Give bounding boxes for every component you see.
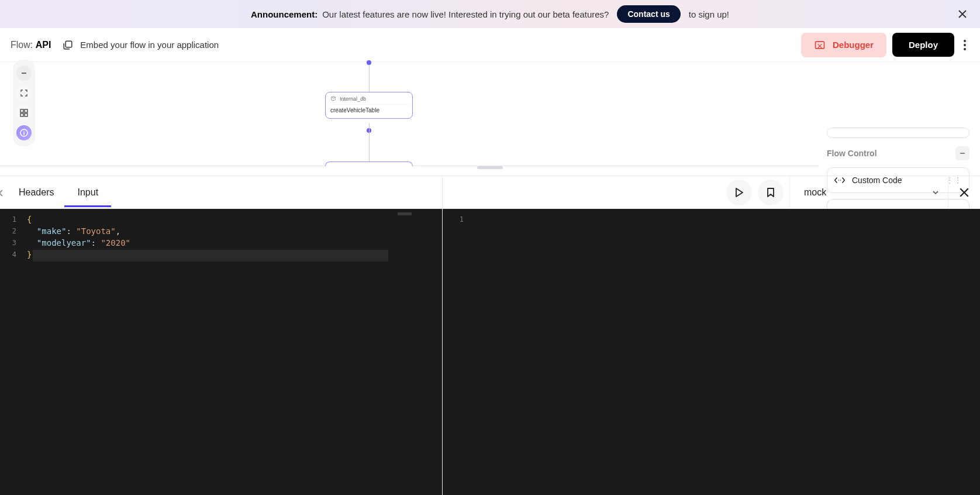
flow-node-source: Internal_db bbox=[340, 96, 366, 102]
code-line: "modelyear": "2020" bbox=[27, 237, 130, 249]
toolbar-right: Debugger Deploy bbox=[801, 33, 969, 57]
announcement-text-before: Our latest features are now live! Intere… bbox=[322, 9, 609, 19]
svg-point-3 bbox=[964, 44, 966, 46]
fit-view-button[interactable] bbox=[16, 85, 32, 101]
code-line: { bbox=[27, 214, 32, 225]
input-editor[interactable]: 1{2 "make": "Toyota",3 "modelyear": "202… bbox=[0, 209, 442, 495]
announcement-banner: Announcement: Our latest features are no… bbox=[0, 0, 980, 28]
svg-point-10 bbox=[332, 97, 336, 98]
flow-edge bbox=[369, 123, 370, 166]
input-pane: Headers Input 1{2 "make": "Toyota",3 "mo… bbox=[0, 176, 443, 495]
flow-port[interactable] bbox=[367, 60, 371, 65]
close-announcement-icon[interactable] bbox=[958, 9, 967, 19]
database-icon bbox=[330, 96, 336, 102]
line-number: 2 bbox=[0, 225, 27, 237]
embed-flow-button[interactable]: Embed your flow in your application bbox=[63, 40, 219, 50]
zoom-out-button[interactable] bbox=[16, 66, 32, 81]
collapse-section-button[interactable] bbox=[955, 146, 969, 160]
svg-rect-8 bbox=[25, 114, 27, 116]
panel-resizer[interactable] bbox=[477, 166, 503, 169]
toolbar-more-icon[interactable] bbox=[960, 35, 969, 55]
flow-toolbar: Flow: API Embed your flow in your applic… bbox=[0, 28, 980, 62]
flow-node-header: Internal_db bbox=[330, 96, 408, 105]
output-header: mock Run test bbox=[443, 176, 980, 209]
select-value: mock bbox=[804, 187, 826, 198]
debugger-label: Debugger bbox=[833, 40, 874, 50]
embed-icon bbox=[63, 40, 73, 50]
svg-rect-6 bbox=[25, 109, 27, 112]
layout-button[interactable] bbox=[16, 105, 32, 121]
line-number: 1 bbox=[443, 214, 470, 225]
debugger-icon bbox=[814, 39, 826, 51]
environment-select[interactable]: mock bbox=[796, 176, 948, 209]
line-number: 1 bbox=[0, 214, 27, 225]
save-bookmark-button[interactable] bbox=[758, 180, 784, 205]
line-number: 3 bbox=[0, 237, 27, 249]
info-button[interactable] bbox=[16, 125, 32, 140]
output-pane: mock Run test 1 bbox=[443, 176, 980, 495]
flow-node-name: createVehicleTable bbox=[330, 107, 408, 114]
svg-rect-0 bbox=[66, 41, 73, 47]
chevron-down-icon bbox=[931, 188, 940, 197]
flow-name: API bbox=[36, 40, 51, 50]
flow-edge bbox=[369, 62, 370, 92]
section-label: Flow Control bbox=[827, 149, 877, 158]
tab-headers[interactable]: Headers bbox=[19, 178, 54, 207]
flow-title: Flow: API bbox=[11, 40, 51, 50]
close-panel-button[interactable] bbox=[948, 176, 980, 209]
svg-rect-1 bbox=[815, 42, 824, 49]
debugger-panel: Headers Input 1{2 "make": "Toyota",3 "mo… bbox=[0, 176, 980, 495]
flow-node-partial[interactable] bbox=[325, 161, 413, 166]
debugger-button[interactable]: Debugger bbox=[801, 33, 886, 57]
flow-prefix: Flow: bbox=[11, 40, 36, 50]
component-card-placeholder[interactable] bbox=[827, 128, 969, 138]
flow-canvas[interactable]: Internal_db createVehicleTable Flow Cont… bbox=[0, 62, 980, 166]
flow-node-create-vehicle-table[interactable]: Internal_db createVehicleTable bbox=[325, 92, 413, 119]
run-test-button[interactable] bbox=[726, 180, 752, 205]
svg-rect-5 bbox=[20, 109, 23, 112]
input-tabs: Headers Input bbox=[0, 176, 442, 209]
code-line: "make": "Toyota", bbox=[27, 225, 120, 237]
line-number: 4 bbox=[0, 249, 27, 260]
tab-input[interactable]: Input bbox=[77, 178, 98, 207]
code-line: } bbox=[27, 249, 32, 260]
announcement-text-after: to sign up! bbox=[689, 9, 729, 19]
contact-us-button[interactable]: Contact us bbox=[617, 5, 680, 23]
embed-label: Embed your flow in your application bbox=[80, 40, 219, 50]
svg-point-4 bbox=[964, 48, 966, 50]
output-editor[interactable]: 1 bbox=[443, 209, 980, 495]
deploy-button[interactable]: Deploy bbox=[892, 33, 954, 57]
svg-point-2 bbox=[964, 40, 966, 42]
section-flow-control: Flow Control bbox=[827, 146, 969, 160]
svg-rect-7 bbox=[20, 114, 23, 116]
canvas-tools bbox=[13, 60, 35, 146]
announcement-prefix: Announcement: bbox=[251, 9, 318, 19]
